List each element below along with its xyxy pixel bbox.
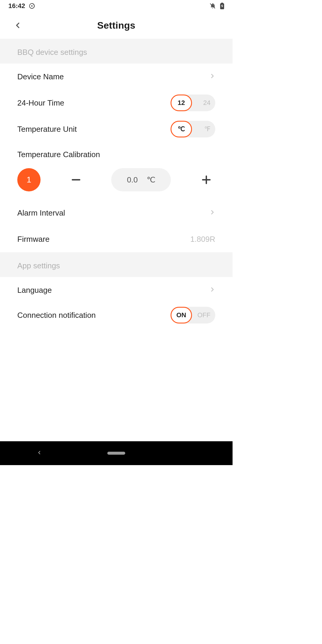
row-firmware: Firmware 1.809R (0, 226, 233, 252)
nav-home-pill[interactable] (107, 452, 125, 455)
svg-rect-4 (221, 3, 223, 4)
probe-number: 1 (27, 175, 31, 185)
calibration-minus-button[interactable] (67, 171, 85, 189)
page-title: Settings (97, 20, 135, 31)
toggle-conn-other: OFF (197, 311, 210, 319)
calibration-value: 0.0 (127, 175, 138, 185)
status-time: 16:42 (8, 2, 25, 10)
row-connection-notification: Connection notification ON OFF (0, 303, 233, 327)
svg-point-1 (31, 5, 33, 7)
label-firmware: Firmware (17, 235, 49, 244)
row-device-name[interactable]: Device Name (0, 64, 233, 90)
calibration-unit: ℃ (147, 175, 155, 185)
label-temperature-unit: Temperature Unit (17, 125, 77, 134)
nav-back-button[interactable] (37, 450, 42, 456)
toggle-time-other: 24 (203, 99, 210, 107)
label-alarm-interval: Alarm Interval (17, 208, 65, 218)
row-alarm-interval[interactable]: Alarm Interval (0, 200, 233, 226)
row-temperature-unit: Temperature Unit ℃ ℉ (0, 116, 233, 142)
plus-icon (200, 174, 213, 186)
toggle-conn-selected: ON (171, 307, 192, 323)
back-button[interactable] (12, 19, 24, 31)
label-device-name: Device Name (17, 72, 64, 81)
toggle-time-selected: 12 (171, 95, 192, 111)
toggle-connection-notification[interactable]: ON OFF (171, 307, 215, 323)
firmware-version: 1.809R (190, 235, 215, 244)
label-language: Language (17, 286, 52, 295)
toggle-temp-other: ℉ (204, 125, 210, 133)
chevron-right-icon (209, 209, 215, 216)
row-language[interactable]: Language (0, 277, 233, 303)
toggle-temp-unit[interactable]: ℃ ℉ (171, 121, 215, 137)
chevron-right-icon (209, 287, 215, 294)
android-navbar (0, 441, 233, 465)
label-calibration: Temperature Calibration (17, 150, 100, 159)
label-connection-notification: Connection notification (17, 311, 96, 320)
battery-charging-icon (220, 3, 224, 9)
chevron-right-icon (209, 73, 215, 80)
row-24hour-time: 24-Hour Time 12 24 (0, 90, 233, 116)
section-app-header: App settings (0, 252, 233, 277)
notifications-off-icon (209, 3, 216, 9)
label-24hour-time: 24-Hour Time (17, 98, 64, 108)
status-bar: 16:42 (0, 0, 233, 12)
chevron-left-icon (14, 21, 22, 29)
row-temperature-calibration-label: Temperature Calibration (0, 142, 233, 163)
chevron-left-icon (37, 450, 42, 455)
probe-badge[interactable]: 1 (17, 168, 41, 191)
toggle-temp-selected: ℃ (171, 121, 192, 137)
section-bbq-header: BBQ device settings (0, 39, 233, 64)
calibration-value-pill: 0.0 ℃ (111, 168, 171, 191)
row-temperature-calibration-controls: 1 0.0 ℃ (0, 163, 233, 200)
calibration-plus-button[interactable] (197, 171, 215, 189)
minus-icon (70, 174, 82, 186)
app-header: Settings (0, 12, 233, 39)
toggle-time-format[interactable]: 12 24 (171, 95, 215, 111)
app-status-icon (29, 3, 35, 9)
